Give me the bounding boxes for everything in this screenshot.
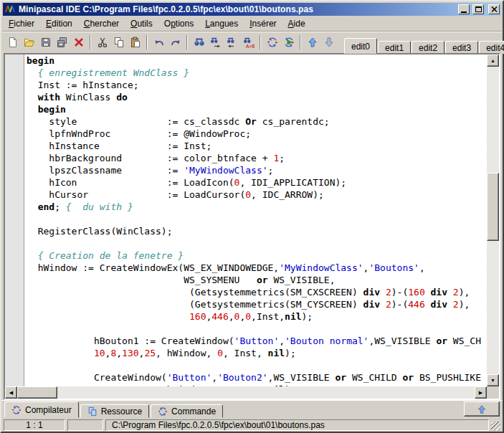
code-line[interactable]: 46 with WinClass do <box>5 91 487 103</box>
window-title: Minipascal IDE C:\Program Files\fpc.0.2.… <box>19 4 455 14</box>
compile-icon <box>158 406 168 417</box>
find-next-button[interactable] <box>207 34 224 50</box>
compile-button[interactable] <box>264 34 280 50</box>
menu-item-edition[interactable]: Edition <box>40 17 78 30</box>
vertical-scroll-thumb[interactable] <box>487 173 499 241</box>
code-line[interactable]: 67 10,8,130,25, hWindow, 0, Inst, nil); <box>5 347 487 359</box>
undo-button[interactable] <box>151 34 167 50</box>
new-file-button[interactable] <box>4 34 21 50</box>
code-line[interactable]: 58 <box>5 237 487 249</box>
horizontal-scroll-track[interactable] <box>17 386 475 399</box>
code-line[interactable]: 64 160,446,0,0,Inst,nil); <box>5 310 487 323</box>
redo-button[interactable] <box>167 34 184 50</box>
vertical-scroll-track[interactable] <box>487 67 499 374</box>
code-line[interactable]: 57 RegisterClass(WinClass); <box>5 225 487 237</box>
code-line[interactable]: 59 { Creation de la fenetre } <box>5 249 487 262</box>
code-line[interactable]: 56 <box>5 213 487 225</box>
minimize-button[interactable] <box>458 4 470 14</box>
tab-commande[interactable]: Commande <box>151 404 223 418</box>
code-line[interactable]: 48 style := cs_classdc Or cs_parentdc; <box>5 115 487 128</box>
tab-edit1[interactable]: edit1 <box>378 41 411 54</box>
tab-compilateur[interactable]: Compilateur <box>4 401 79 418</box>
code-line[interactable]: 63 (Getsystemmetrics(SM_CYSCREEN) div 2)… <box>5 298 487 310</box>
save-button[interactable] <box>37 34 54 50</box>
scroll-left-button[interactable]: ◀ <box>5 386 17 399</box>
open-file-button[interactable] <box>21 34 37 50</box>
tab-label: Ressource <box>101 406 142 417</box>
cut-button[interactable] <box>94 34 110 50</box>
code-line[interactable]: 69 CreateWindow('Button','Bouton2',WS_VI… <box>5 371 487 384</box>
navigate-up-button[interactable] <box>304 34 320 50</box>
code-line[interactable]: 66 hBouton1 := CreateWindow('Button','Bo… <box>5 335 487 347</box>
triangle-down-icon: ▼ <box>490 378 495 383</box>
code-line[interactable]: 47 begin <box>5 103 487 115</box>
scroll-up-button[interactable]: ▲ <box>487 54 499 67</box>
navigate-up-icon <box>477 404 487 414</box>
menu-item-langues[interactable]: Langues <box>199 17 244 30</box>
code-line[interactable]: 50 hInstance := Inst; <box>5 140 487 152</box>
code-line[interactable]: 61 WS_SYSMENU or WS_VISIBLE, <box>5 274 487 286</box>
code-line[interactable]: 45 Inst := hInstance; <box>5 79 487 91</box>
tab-edit0[interactable]: edit0 <box>344 38 377 54</box>
code-text: Inst := hInstance; <box>24 79 139 91</box>
code-text: WS_SYSMENU or WS_VISIBLE, <box>24 274 335 286</box>
save-all-button[interactable] <box>54 34 70 50</box>
code-line[interactable]: 60 hWindow := CreateWindowEx(WS_EX_WINDO… <box>5 262 487 274</box>
title-bar[interactable]: Minipascal IDE C:\Program Files\fpc.0.2.… <box>3 3 501 16</box>
close-button[interactable] <box>488 4 500 14</box>
run-button[interactable] <box>280 34 297 50</box>
vertical-scrollbar[interactable]: ▲ ▼ <box>487 54 499 386</box>
maximize-button[interactable] <box>472 4 484 14</box>
toolbar-separator <box>260 35 261 49</box>
code-line[interactable]: 49 lpfnWndProc := @WindowProc; <box>5 128 487 140</box>
paste-button[interactable] <box>127 34 143 50</box>
status-bar: 1 : 1 C:\Program Files\fpc.0.2.0.5\fpc\e… <box>1 418 503 432</box>
copy-button[interactable] <box>110 34 127 50</box>
code-line[interactable]: 44 { enregistrement WndClass } <box>5 67 487 79</box>
find-previous-button[interactable] <box>224 34 240 50</box>
tab-label: Compilateur <box>25 405 72 415</box>
scrollbar-corner <box>487 386 499 399</box>
code-line[interactable]: 68 <box>5 359 487 371</box>
scroll-down-button[interactable]: ▼ <box>487 374 499 386</box>
tab-edit2[interactable]: edit2 <box>412 41 444 54</box>
menu-item-outils[interactable]: Outils <box>125 17 158 30</box>
toolbar-separator <box>300 35 301 49</box>
menu-item-aide[interactable]: Aide <box>282 17 311 30</box>
menu-item-inserer[interactable]: Insérer <box>244 17 282 30</box>
close-file-button[interactable] <box>70 34 87 50</box>
compile-icon <box>267 37 278 48</box>
find-button[interactable] <box>191 34 207 50</box>
tab-edit4[interactable]: edit4 <box>479 41 504 54</box>
menu-item-fichier[interactable]: Fichier <box>3 17 40 30</box>
tab-edit3[interactable]: edit3 <box>445 41 478 54</box>
code-text: { enregistrement WndClass } <box>24 67 189 79</box>
app-icon <box>4 4 16 15</box>
code-line[interactable]: 53 hIcon := LoadIcon(0, IDI_APPLICATION)… <box>5 176 487 189</box>
code-editor: 43begin44 { enregistrement WndClass }45 … <box>4 53 500 400</box>
resize-grip[interactable] <box>491 422 500 431</box>
code-line[interactable]: 55 end; { du with } <box>5 201 487 213</box>
toolbar-separator <box>186 35 188 49</box>
menu-item-chercher[interactable]: Chercher <box>78 17 125 30</box>
scroll-right-button[interactable]: ▶ <box>475 386 487 399</box>
code-text: (Getsystemmetrics(SM_CYSCREEN) div 2)-(4… <box>24 298 470 310</box>
code-line[interactable]: 51 hbrBackground := color_btnface + 1; <box>5 152 487 164</box>
code-line[interactable]: 52 lpszClassname := 'MyWindowClass'; <box>5 164 487 176</box>
code-text: hBouton1 := CreateWindow('Button','Bouto… <box>24 335 481 347</box>
tab-ressource[interactable]: Ressource <box>80 404 149 418</box>
replace-button[interactable]: A>B <box>240 34 257 50</box>
code-line[interactable]: 65 <box>5 323 487 335</box>
code-area[interactable]: 43begin44 { enregistrement WndClass }45 … <box>5 54 487 386</box>
output-tab-row: Compilateur Ressource Commande <box>1 400 503 418</box>
code-text: begin <box>24 54 54 67</box>
panel-up-button[interactable] <box>464 401 500 417</box>
code-line[interactable]: 43begin <box>5 54 487 67</box>
navigate-down-button[interactable] <box>320 34 337 50</box>
horizontal-scroll-thumb[interactable] <box>17 386 57 399</box>
close-file-icon <box>73 37 85 48</box>
code-line[interactable]: 62 (Getsystemmetrics(SM_CXSCREEN) div 2)… <box>5 286 487 298</box>
code-line[interactable]: 54 hCursor := LoadCursor(0, IDC_ARROW); <box>5 189 487 201</box>
menu-item-options[interactable]: Options <box>158 17 199 30</box>
horizontal-scrollbar[interactable]: ◀ ▶ <box>5 386 487 399</box>
